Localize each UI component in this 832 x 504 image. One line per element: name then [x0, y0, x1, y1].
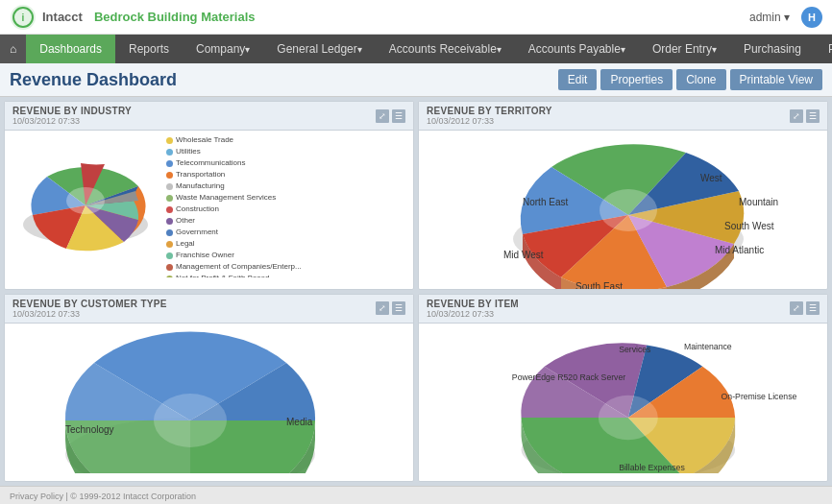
legend-item: Management of Companies/Enterp... [166, 261, 302, 273]
nav-item-accounts-payable[interactable]: Accounts Payable [515, 35, 639, 63]
svg-text:Technology: Technology [65, 424, 114, 435]
chart-territory-menu-icon[interactable]: ☰ [806, 109, 820, 123]
legend-item: Franchise Owner [166, 250, 302, 261]
chart-item-menu-icon[interactable]: ☰ [806, 301, 820, 315]
legend-item: Other [166, 215, 302, 227]
svg-text:Mid Atlantic: Mid Atlantic [715, 245, 764, 255]
app-header: i Intacct Bedrock Building Materials adm… [0, 0, 832, 35]
legend-item: Utilities [166, 146, 302, 157]
svg-text:North East: North East [523, 197, 568, 207]
chart-territory-controls: ⤢ ☰ [790, 109, 820, 123]
nav-bar: ⌂ Dashboards Reports Company General Led… [0, 35, 832, 63]
nav-home-button[interactable]: ⌂ [0, 35, 26, 63]
nav-item-general-ledger[interactable]: General Ledger [263, 35, 375, 63]
svg-point-19 [598, 396, 657, 440]
svg-point-6 [600, 189, 657, 231]
chart-customer-controls: ⤢ ☰ [376, 301, 405, 315]
home-icon: ⌂ [10, 42, 16, 56]
legend-item: Manufacturing [166, 180, 302, 192]
chart-industry-controls: ⤢ ☰ [376, 109, 405, 123]
svg-point-4 [66, 187, 105, 214]
chart-item-controls: ⤢ ☰ [790, 301, 820, 315]
svg-text:South East: South East [575, 281, 623, 289]
chart-item-title: REVENUE BY ITEM [427, 299, 519, 309]
chart-customer-type: REVENUE BY CUSTOMER TYPE 10/03/2012 07:3… [4, 294, 414, 483]
chart-customer-menu-icon[interactable]: ☰ [392, 301, 405, 315]
legend-item: Legal [166, 238, 302, 250]
svg-point-15 [154, 394, 227, 447]
svg-text:Services: Services [619, 345, 651, 354]
chart-item: REVENUE BY ITEM 10/03/2012 07:33 ⤢ ☰ [418, 294, 828, 483]
chart-industry-expand-icon[interactable]: ⤢ [376, 109, 389, 123]
chart-customer-body: Technology Media [5, 324, 413, 474]
nav-item-reports[interactable]: Reports [115, 35, 183, 63]
logo-area: i Intacct Bedrock Building Materials [10, 4, 256, 31]
chart-item-body: Services Maintenance PowerEdge R520 Rack… [419, 324, 827, 474]
chart-item-svg: Services Maintenance PowerEdge R520 Rack… [451, 329, 796, 473]
footer: Privacy Policy | © 1999-2012 Intacct Cor… [0, 486, 832, 504]
chart-industry: REVENUE BY INDUSTRY 10/03/2012 07:33 ⤢ ☰ [4, 101, 414, 290]
page-header: Revenue Dashboard Edit Properties Clone … [0, 63, 832, 97]
svg-text:South West: South West [724, 221, 774, 231]
chart-industry-title: REVENUE BY INDUSTRY [12, 106, 132, 116]
chart-customer-expand-icon[interactable]: ⤢ [376, 301, 389, 315]
legend-item: Wholesale Trade [166, 134, 302, 146]
printable-view-button[interactable]: Printable View [730, 69, 823, 90]
svg-text:Mountain: Mountain [739, 197, 778, 207]
dashboard-grid: REVENUE BY INDUSTRY 10/03/2012 07:33 ⤢ ☰ [0, 97, 832, 486]
properties-button[interactable]: Properties [600, 69, 673, 90]
svg-text:Maintenance: Maintenance [683, 342, 731, 351]
chart-industry-subtitle: 10/03/2012 07:33 [12, 116, 132, 126]
clone-button[interactable]: Clone [676, 69, 725, 90]
legend-item: Construction [166, 204, 302, 215]
legend-item: Not for Profit & Faith Based [166, 273, 302, 277]
nav-item-order-entry[interactable]: Order Entry [639, 35, 730, 63]
chart-item-expand-icon[interactable]: ⤢ [790, 301, 803, 315]
chart-territory-title: REVENUE BY TERRITORY [427, 106, 552, 116]
nav-item-purchasing[interactable]: Purchasing [730, 35, 815, 63]
nav-item-company[interactable]: Company [183, 35, 263, 63]
nav-item-accounts-receivable[interactable]: Accounts Receivable [376, 35, 515, 63]
svg-text:On-Premise License: On-Premise License [721, 392, 795, 401]
chart-customer-subtitle: 10/03/2012 07:33 [12, 309, 167, 319]
page-title: Revenue Dashboard [10, 70, 177, 90]
svg-text:Mid West: Mid West [503, 250, 544, 260]
chart-industry-menu-icon[interactable]: ☰ [392, 109, 405, 123]
page-actions: Edit Properties Clone Printable View [558, 69, 822, 90]
legend-item: Telecommunications [166, 157, 302, 169]
chart-item-header: REVENUE BY ITEM 10/03/2012 07:33 ⤢ ☰ [419, 295, 827, 324]
svg-text:West: West [700, 173, 722, 183]
chart-industry-svg [9, 129, 162, 282]
svg-text:PowerEdge R520 Rack Server: PowerEdge R520 Rack Server [511, 372, 624, 382]
help-button[interactable]: H [801, 7, 822, 28]
chart-territory-body: West North East Mid West South East Moun… [419, 131, 827, 281]
company-name: Bedrock Building Materials [94, 10, 256, 24]
svg-text:Media: Media [286, 417, 313, 427]
header-right: admin ▾ H [749, 7, 822, 28]
nav-item-projects[interactable]: Projects [815, 35, 832, 63]
intacct-logo-icon: i [10, 4, 37, 31]
footer-text: Privacy Policy | © 1999-2012 Intacct Cor… [10, 492, 196, 501]
chart-item-subtitle: 10/03/2012 07:33 [427, 309, 519, 319]
chart-customer-title: REVENUE BY CUSTOMER TYPE [12, 299, 167, 309]
chart-industry-body: Wholesale Trade Utilities Telecommunicat… [5, 131, 413, 281]
chart-territory: REVENUE BY TERRITORY 10/03/2012 07:33 ⤢ … [418, 101, 828, 290]
logo-text: Intacct [42, 10, 83, 24]
nav-item-dashboards[interactable]: Dashboards [26, 35, 115, 63]
chart-customer-svg: Technology Media [37, 329, 382, 473]
chart-territory-svg: West North East Mid West South East Moun… [460, 119, 787, 289]
chart-customer-header: REVENUE BY CUSTOMER TYPE 10/03/2012 07:3… [5, 295, 413, 324]
chart-industry-legend: Wholesale Trade Utilities Telecommunicat… [166, 134, 302, 277]
legend-item: Waste Management Services [166, 192, 302, 204]
legend-item: Transportation [166, 169, 302, 180]
admin-menu[interactable]: admin ▾ [749, 11, 790, 24]
svg-text:i: i [22, 12, 25, 23]
svg-text:Billable Expenses: Billable Expenses [619, 463, 685, 472]
chart-industry-header: REVENUE BY INDUSTRY 10/03/2012 07:33 ⤢ ☰ [5, 102, 413, 131]
legend-item: Government [166, 227, 302, 238]
edit-button[interactable]: Edit [558, 69, 598, 90]
chart-territory-expand-icon[interactable]: ⤢ [790, 109, 803, 123]
